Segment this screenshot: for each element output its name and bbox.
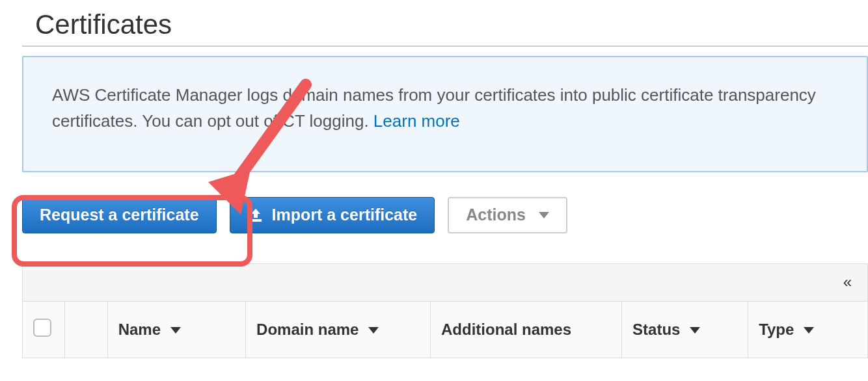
column-header-status[interactable]: Status (622, 301, 748, 358)
caret-down-icon (804, 327, 814, 334)
caret-down-icon (170, 327, 181, 334)
import-certificate-label: Import a certificate (272, 205, 418, 224)
actions-dropdown-button[interactable]: Actions (448, 197, 567, 233)
column-header-type[interactable]: Type (748, 301, 868, 358)
column-header-domain-name[interactable]: Domain name (246, 301, 431, 358)
action-button-row: Request a certificate Import a certifica… (22, 197, 868, 233)
select-all-checkbox[interactable] (33, 319, 51, 337)
import-certificate-button[interactable]: Import a certificate (230, 197, 435, 233)
learn-more-link[interactable]: Learn more (373, 111, 460, 131)
caret-down-icon (690, 327, 700, 334)
page-title: Certificates (35, 9, 868, 40)
caret-down-icon (368, 327, 379, 334)
table-header-row: Name Domain name Additional names (23, 301, 868, 358)
request-certificate-label: Request a certificate (40, 205, 199, 224)
column-header-additional-names[interactable]: Additional names (430, 301, 621, 358)
table-toolbar: « (22, 263, 868, 301)
column-label-name: Name (118, 321, 161, 338)
title-divider (22, 46, 868, 47)
column-label-status: Status (632, 321, 680, 338)
caret-down-icon (539, 212, 549, 218)
upload-icon (247, 208, 264, 222)
certificates-table: Name Domain name Additional names (22, 301, 868, 358)
ct-logging-info-banner: AWS Certificate Manager logs domain name… (22, 56, 868, 172)
column-label-additional-names: Additional names (441, 321, 571, 338)
certificates-table-container: « Name Domain name (22, 263, 868, 358)
column-label-domain-name: Domain name (256, 321, 359, 338)
column-label-type: Type (759, 321, 794, 338)
actions-label: Actions (466, 205, 526, 224)
collapse-icon[interactable]: « (843, 273, 852, 291)
column-header-name[interactable]: Name (107, 301, 245, 358)
column-header-expand (65, 301, 107, 358)
column-header-select-all[interactable] (23, 301, 65, 358)
request-certificate-button[interactable]: Request a certificate (22, 197, 217, 233)
